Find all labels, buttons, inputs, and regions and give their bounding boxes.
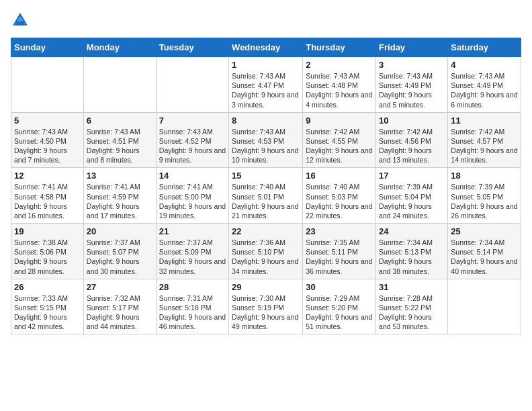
cell-sun-info: Sunrise: 7:36 AMSunset: 5:10 PMDaylight:… xyxy=(232,238,300,276)
calendar-cell: 26Sunrise: 7:33 AMSunset: 5:15 PMDayligh… xyxy=(11,279,84,334)
day-number: 3 xyxy=(379,60,445,70)
cell-sun-info: Sunrise: 7:30 AMSunset: 5:19 PMDaylight:… xyxy=(232,293,300,332)
cell-sun-info: Sunrise: 7:42 AMSunset: 4:56 PMDaylight:… xyxy=(379,127,445,165)
calendar-cell: 1Sunrise: 7:43 AMSunset: 4:47 PMDaylight… xyxy=(229,57,303,113)
cell-sun-info: Sunrise: 7:33 AMSunset: 5:15 PMDaylight:… xyxy=(14,293,81,332)
calendar-cell: 4Sunrise: 7:43 AMSunset: 4:49 PMDaylight… xyxy=(448,57,521,113)
day-number: 22 xyxy=(232,226,300,236)
day-number: 16 xyxy=(306,171,373,181)
calendar-cell: 10Sunrise: 7:42 AMSunset: 4:56 PMDayligh… xyxy=(376,112,448,168)
cell-sun-info: Sunrise: 7:37 AMSunset: 5:09 PMDaylight:… xyxy=(159,238,226,276)
weekday-header-sunday: Sunday xyxy=(11,38,84,57)
calendar-cell xyxy=(156,57,228,113)
day-number: 4 xyxy=(451,60,518,70)
cell-sun-info: Sunrise: 7:29 AMSunset: 5:20 PMDaylight:… xyxy=(306,293,373,332)
cell-sun-info: Sunrise: 7:39 AMSunset: 5:05 PMDaylight:… xyxy=(451,182,518,220)
cell-sun-info: Sunrise: 7:43 AMSunset: 4:50 PMDaylight:… xyxy=(14,127,81,165)
calendar-cell: 21Sunrise: 7:37 AMSunset: 5:09 PMDayligh… xyxy=(156,224,228,279)
cell-sun-info: Sunrise: 7:43 AMSunset: 4:51 PMDaylight:… xyxy=(87,127,153,165)
cell-sun-info: Sunrise: 7:37 AMSunset: 5:07 PMDaylight:… xyxy=(87,238,153,276)
calendar-cell: 27Sunrise: 7:32 AMSunset: 5:17 PMDayligh… xyxy=(83,279,156,334)
calendar-cell: 20Sunrise: 7:37 AMSunset: 5:07 PMDayligh… xyxy=(83,224,156,279)
calendar-cell: 17Sunrise: 7:39 AMSunset: 5:04 PMDayligh… xyxy=(376,168,448,224)
cell-sun-info: Sunrise: 7:41 AMSunset: 4:59 PMDaylight:… xyxy=(87,182,153,220)
weekday-header-wednesday: Wednesday xyxy=(229,38,303,57)
day-number: 1 xyxy=(232,60,300,70)
weekday-header-friday: Friday xyxy=(376,38,448,57)
cell-sun-info: Sunrise: 7:28 AMSunset: 5:22 PMDaylight:… xyxy=(379,293,445,332)
day-number: 31 xyxy=(379,282,445,292)
cell-sun-info: Sunrise: 7:43 AMSunset: 4:53 PMDaylight:… xyxy=(232,127,300,165)
weekday-header-tuesday: Tuesday xyxy=(156,38,228,57)
day-number: 2 xyxy=(306,60,373,70)
cell-sun-info: Sunrise: 7:41 AMSunset: 5:00 PMDaylight:… xyxy=(159,182,226,220)
calendar-week-row: 26Sunrise: 7:33 AMSunset: 5:15 PMDayligh… xyxy=(11,279,521,334)
weekday-header-row: SundayMondayTuesdayWednesdayThursdayFrid… xyxy=(11,38,521,57)
calendar-cell: 6Sunrise: 7:43 AMSunset: 4:51 PMDaylight… xyxy=(83,112,156,168)
day-number: 26 xyxy=(14,282,81,292)
calendar-cell: 8Sunrise: 7:43 AMSunset: 4:53 PMDaylight… xyxy=(229,112,303,168)
cell-sun-info: Sunrise: 7:32 AMSunset: 5:17 PMDaylight:… xyxy=(87,293,153,332)
day-number: 17 xyxy=(379,171,445,181)
cell-sun-info: Sunrise: 7:43 AMSunset: 4:47 PMDaylight:… xyxy=(232,71,300,109)
day-number: 25 xyxy=(451,226,518,236)
calendar-week-row: 1Sunrise: 7:43 AMSunset: 4:47 PMDaylight… xyxy=(11,57,521,113)
calendar-cell: 11Sunrise: 7:42 AMSunset: 4:57 PMDayligh… xyxy=(448,112,521,168)
day-number: 10 xyxy=(379,116,445,126)
cell-sun-info: Sunrise: 7:39 AMSunset: 5:04 PMDaylight:… xyxy=(379,182,445,220)
weekday-header-thursday: Thursday xyxy=(303,38,376,57)
day-number: 24 xyxy=(379,226,445,236)
calendar-cell xyxy=(11,57,84,113)
cell-sun-info: Sunrise: 7:34 AMSunset: 5:14 PMDaylight:… xyxy=(451,238,518,276)
day-number: 21 xyxy=(159,226,226,236)
calendar-table: SundayMondayTuesdayWednesdayThursdayFrid… xyxy=(11,38,521,334)
cell-sun-info: Sunrise: 7:41 AMSunset: 4:58 PMDaylight:… xyxy=(14,182,81,220)
calendar-cell xyxy=(448,279,521,334)
day-number: 9 xyxy=(306,116,373,126)
cell-sun-info: Sunrise: 7:40 AMSunset: 5:03 PMDaylight:… xyxy=(306,182,373,220)
day-number: 29 xyxy=(232,282,300,292)
calendar-cell: 25Sunrise: 7:34 AMSunset: 5:14 PMDayligh… xyxy=(448,224,521,279)
calendar-cell: 7Sunrise: 7:43 AMSunset: 4:52 PMDaylight… xyxy=(156,112,228,168)
calendar-week-row: 5Sunrise: 7:43 AMSunset: 4:50 PMDaylight… xyxy=(11,112,521,168)
day-number: 12 xyxy=(14,171,81,181)
cell-sun-info: Sunrise: 7:40 AMSunset: 5:01 PMDaylight:… xyxy=(232,182,300,220)
day-number: 8 xyxy=(232,116,300,126)
day-number: 14 xyxy=(159,171,226,181)
cell-sun-info: Sunrise: 7:43 AMSunset: 4:49 PMDaylight:… xyxy=(451,71,518,109)
calendar-week-row: 19Sunrise: 7:38 AMSunset: 5:06 PMDayligh… xyxy=(11,224,521,279)
day-number: 28 xyxy=(159,282,226,292)
logo xyxy=(11,11,32,30)
cell-sun-info: Sunrise: 7:43 AMSunset: 4:49 PMDaylight:… xyxy=(379,71,445,109)
calendar-cell: 31Sunrise: 7:28 AMSunset: 5:22 PMDayligh… xyxy=(376,279,448,334)
calendar-week-row: 12Sunrise: 7:41 AMSunset: 4:58 PMDayligh… xyxy=(11,168,521,224)
cell-sun-info: Sunrise: 7:35 AMSunset: 5:11 PMDaylight:… xyxy=(306,238,373,276)
day-number: 15 xyxy=(232,171,300,181)
cell-sun-info: Sunrise: 7:43 AMSunset: 4:52 PMDaylight:… xyxy=(159,127,226,165)
day-number: 23 xyxy=(306,226,373,236)
day-number: 19 xyxy=(14,226,81,236)
logo-icon xyxy=(11,11,30,30)
cell-sun-info: Sunrise: 7:38 AMSunset: 5:06 PMDaylight:… xyxy=(14,238,81,276)
page-header xyxy=(11,11,521,30)
calendar-cell: 29Sunrise: 7:30 AMSunset: 5:19 PMDayligh… xyxy=(229,279,303,334)
calendar-cell: 22Sunrise: 7:36 AMSunset: 5:10 PMDayligh… xyxy=(229,224,303,279)
day-number: 27 xyxy=(87,282,153,292)
calendar-cell: 3Sunrise: 7:43 AMSunset: 4:49 PMDaylight… xyxy=(376,57,448,113)
day-number: 20 xyxy=(87,226,153,236)
calendar-cell xyxy=(83,57,156,113)
calendar-cell: 14Sunrise: 7:41 AMSunset: 5:00 PMDayligh… xyxy=(156,168,228,224)
day-number: 13 xyxy=(87,171,153,181)
calendar-cell: 13Sunrise: 7:41 AMSunset: 4:59 PMDayligh… xyxy=(83,168,156,224)
calendar-cell: 30Sunrise: 7:29 AMSunset: 5:20 PMDayligh… xyxy=(303,279,376,334)
cell-sun-info: Sunrise: 7:43 AMSunset: 4:48 PMDaylight:… xyxy=(306,71,373,109)
cell-sun-info: Sunrise: 7:42 AMSunset: 4:57 PMDaylight:… xyxy=(451,127,518,165)
calendar-cell: 15Sunrise: 7:40 AMSunset: 5:01 PMDayligh… xyxy=(229,168,303,224)
calendar-cell: 9Sunrise: 7:42 AMSunset: 4:55 PMDaylight… xyxy=(303,112,376,168)
calendar-cell: 28Sunrise: 7:31 AMSunset: 5:18 PMDayligh… xyxy=(156,279,228,334)
day-number: 30 xyxy=(306,282,373,292)
cell-sun-info: Sunrise: 7:31 AMSunset: 5:18 PMDaylight:… xyxy=(159,293,226,332)
day-number: 11 xyxy=(451,116,518,126)
calendar-cell: 23Sunrise: 7:35 AMSunset: 5:11 PMDayligh… xyxy=(303,224,376,279)
calendar-cell: 18Sunrise: 7:39 AMSunset: 5:05 PMDayligh… xyxy=(448,168,521,224)
